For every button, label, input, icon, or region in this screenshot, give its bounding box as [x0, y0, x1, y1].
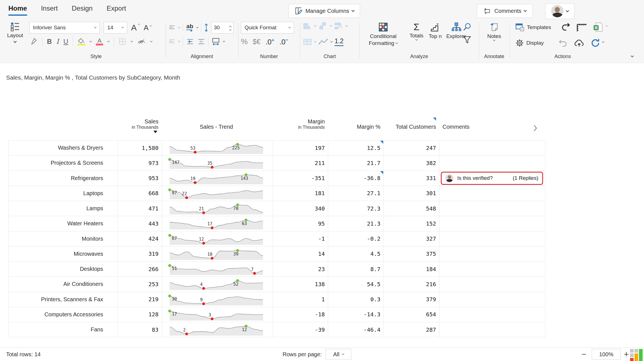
- comment-replies-count[interactable]: (1 Replies): [513, 175, 538, 181]
- margin-pct-value[interactable]: 12.5: [328, 140, 380, 155]
- row-label[interactable]: Fans: [8, 322, 118, 337]
- zoom-level[interactable]: 100%: [592, 349, 621, 360]
- tab-home[interactable]: Home: [8, 4, 27, 16]
- row-height-stepper[interactable]: 30: [211, 22, 234, 34]
- margin-value[interactable]: 181: [273, 186, 325, 201]
- increase-font-button[interactable]: A: [131, 23, 140, 32]
- margin-pct-value[interactable]: 8.7: [328, 262, 380, 276]
- templates-button[interactable]: Templates: [515, 23, 551, 32]
- chevron-down-icon[interactable]: [150, 40, 152, 42]
- chevron-down-icon[interactable]: [178, 26, 180, 28]
- total-customers-value[interactable]: 216: [383, 277, 436, 291]
- total-customers-value[interactable]: 379: [383, 292, 436, 307]
- table-style-icon[interactable]: [303, 38, 312, 46]
- margin-pct-value[interactable]: -36.8: [328, 171, 380, 186]
- sparkline-icon[interactable]: [318, 38, 328, 46]
- total-customers-value[interactable]: 654: [383, 307, 436, 322]
- chevron-down-icon[interactable]: [345, 24, 348, 27]
- total-customers-value[interactable]: 382: [383, 156, 436, 170]
- margin-pct-value[interactable]: 21.3: [328, 216, 380, 231]
- row-label[interactable]: Projectors & Screens: [8, 156, 118, 170]
- comments-button[interactable]: Comments: [477, 4, 533, 18]
- search-icon[interactable]: [462, 22, 472, 32]
- tab-insert[interactable]: Insert: [41, 4, 58, 16]
- margin-value[interactable]: -18: [273, 307, 325, 322]
- total-customers-value[interactable]: 247: [383, 140, 436, 155]
- margin-value[interactable]: 340: [273, 201, 325, 216]
- column-header-margin-pct[interactable]: Margin %: [328, 124, 380, 130]
- layout-button[interactable]: Layout: [4, 21, 26, 44]
- chevron-down-icon[interactable]: [330, 24, 332, 27]
- top-n-button[interactable]: Top n: [426, 22, 444, 39]
- margin-pct-value[interactable]: 21.7: [328, 156, 380, 170]
- sales-value[interactable]: 219: [118, 292, 158, 307]
- currency-format-button[interactable]: $€: [253, 38, 261, 46]
- indent-icon[interactable]: [197, 38, 205, 45]
- margin-pct-value[interactable]: 4.5: [328, 247, 380, 261]
- margin-value[interactable]: -39: [273, 322, 325, 337]
- underline-button[interactable]: U: [63, 38, 68, 46]
- margin-pct-value[interactable]: 0.3: [328, 292, 380, 307]
- column-header-total-customers[interactable]: Total Customers: [383, 124, 436, 130]
- sales-value[interactable]: 253: [118, 277, 158, 291]
- sales-value[interactable]: 973: [118, 156, 158, 170]
- margin-value[interactable]: 14: [273, 247, 325, 261]
- sales-value[interactable]: 953: [118, 171, 158, 186]
- chevron-down-icon[interactable]: [330, 40, 333, 42]
- chevron-down-icon[interactable]: [314, 24, 316, 27]
- format-painter-icon[interactable]: [29, 37, 38, 46]
- bar-chart-type-icon[interactable]: [303, 22, 312, 30]
- quick-format-select[interactable]: Quick Format: [241, 22, 294, 34]
- row-label[interactable]: Washers & Dryers: [8, 140, 118, 155]
- margin-pct-value[interactable]: -14.3: [328, 307, 380, 322]
- chevron-up-icon[interactable]: [229, 26, 231, 28]
- row-label[interactable]: Lamps: [8, 201, 118, 216]
- cloud-upload-icon[interactable]: [573, 38, 585, 48]
- total-customers-value[interactable]: 184: [383, 262, 436, 276]
- manage-columns-button[interactable]: Manage Columns: [288, 4, 360, 18]
- zoom-in-button[interactable]: +: [624, 350, 629, 359]
- column-header-sales[interactable]: Sales in Thousands: [118, 118, 158, 133]
- row-label[interactable]: Air Conditioners: [8, 277, 118, 291]
- excel-export-icon[interactable]: [592, 22, 604, 32]
- margin-value[interactable]: 197: [273, 140, 325, 155]
- tab-design[interactable]: Design: [72, 4, 93, 16]
- ruler-icon[interactable]: [576, 22, 588, 32]
- margin-value[interactable]: 1: [273, 292, 325, 307]
- display-button[interactable]: Display: [515, 39, 544, 47]
- row-label[interactable]: Computers Accessories: [8, 307, 118, 322]
- rows-per-page-select[interactable]: All: [326, 349, 351, 360]
- sales-value[interactable]: 443: [118, 216, 158, 231]
- chevron-down-icon[interactable]: [229, 28, 231, 30]
- italic-button[interactable]: I: [56, 38, 59, 46]
- hierarchy-chart-icon[interactable]: [318, 22, 328, 30]
- row-label[interactable]: Monitors: [8, 231, 118, 246]
- expand-comments-icon[interactable]: [533, 125, 538, 132]
- margin-pct-value[interactable]: -0.2: [328, 231, 380, 246]
- margin-pct-value[interactable]: 54.5: [328, 277, 380, 291]
- sales-value[interactable]: 128: [118, 307, 158, 322]
- total-customers-value[interactable]: 375: [383, 247, 436, 261]
- chevron-down-icon[interactable]: [178, 40, 180, 42]
- fill-color-button[interactable]: [77, 38, 85, 46]
- column-header-sales-trend[interactable]: Sales - Trend: [169, 124, 264, 130]
- margin-value[interactable]: -1: [273, 231, 325, 246]
- filter-icon[interactable]: [463, 36, 472, 44]
- total-customers-value[interactable]: 301: [383, 186, 436, 201]
- sales-value[interactable]: 1,580: [118, 140, 158, 155]
- increase-decimal-button[interactable]: .0+: [266, 37, 274, 46]
- wrap-text-button[interactable]: ab: [186, 24, 194, 32]
- total-customers-value[interactable]: 548: [383, 201, 436, 216]
- undo-icon[interactable]: [561, 22, 572, 32]
- margin-pct-value[interactable]: 27.1: [328, 186, 380, 201]
- bold-button[interactable]: B: [47, 38, 52, 46]
- totals-button[interactable]: Σ Totals: [408, 22, 425, 40]
- sales-value[interactable]: 319: [118, 247, 158, 261]
- row-label[interactable]: Printers, Scanners & Fax: [8, 292, 118, 307]
- total-customers-value[interactable]: 331: [383, 171, 436, 186]
- sales-value[interactable]: 266: [118, 262, 158, 276]
- outdent-icon[interactable]: [186, 38, 194, 45]
- total-customers-value[interactable]: 287: [383, 322, 436, 337]
- column-width-icon[interactable]: [211, 38, 220, 46]
- sales-value[interactable]: 83: [118, 322, 158, 337]
